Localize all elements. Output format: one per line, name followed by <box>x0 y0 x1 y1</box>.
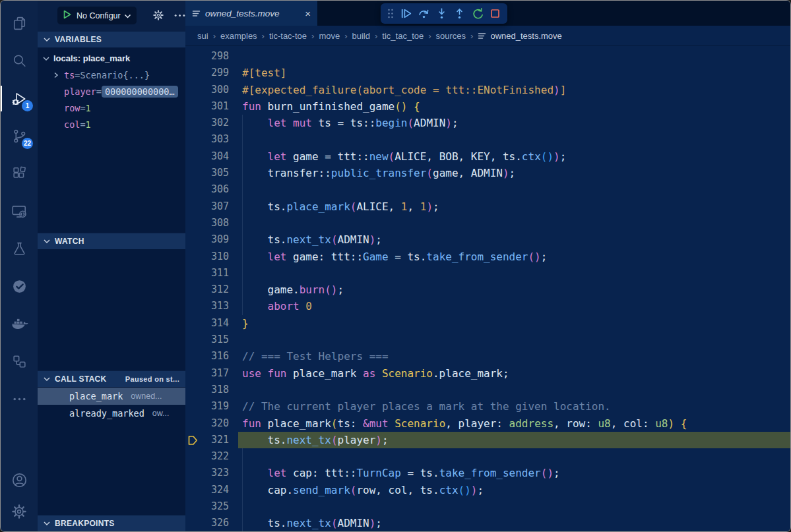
stop-button[interactable] <box>487 6 503 22</box>
line-number[interactable]: 311 <box>185 265 229 281</box>
section-breakpoints[interactable]: BREAKPOINTS <box>38 515 185 531</box>
run-play-icon[interactable] <box>63 10 72 22</box>
code-line-309[interactable]: 309 ts.next_tx(ADMIN); <box>185 231 790 248</box>
code-line-304[interactable]: 304 let game = ttt::new(ALICE, BOB, KEY,… <box>185 148 790 165</box>
code-line-312[interactable]: 312 game.burn(); <box>185 281 790 298</box>
code-line-310[interactable]: 310 let game: ttt::Game = ts.take_from_s… <box>185 249 790 265</box>
line-number[interactable]: 302 <box>185 115 229 131</box>
line-number[interactable]: 314 <box>185 315 229 332</box>
run-config-dropdown[interactable]: No Configur <box>57 7 137 24</box>
tab-close-icon[interactable]: × <box>305 9 311 18</box>
breadcrumb-item-sui[interactable]: sui <box>197 31 208 41</box>
line-number[interactable]: 306 <box>185 181 229 198</box>
breadcrumb-item-tic-tac-toe[interactable]: tic-tac-toe <box>269 31 307 41</box>
code-line-307[interactable]: 307 ts.place_mark(ALICE, 1, 1); <box>185 198 790 215</box>
line-number[interactable]: 313 <box>185 298 229 314</box>
code-line-324[interactable]: 324 cap.send_mark(row, col, ts.ctx()); <box>185 482 790 498</box>
code-line-306[interactable]: 306 <box>185 181 790 198</box>
line-number[interactable]: 322 <box>185 448 229 465</box>
activity-item-run-debug[interactable]: 1 <box>1 80 38 117</box>
activity-item-search[interactable] <box>1 42 38 80</box>
line-number[interactable]: 319 <box>185 398 229 415</box>
line-number[interactable]: 308 <box>185 215 229 231</box>
line-number[interactable]: 323 <box>185 465 229 481</box>
debug-settings-gear-icon[interactable] <box>152 9 164 24</box>
section-watch[interactable]: WATCH <box>38 233 185 249</box>
stack-frame-place_mark[interactable]: place_markowned... <box>38 388 185 405</box>
breadcrumb-item-sources[interactable]: sources <box>436 31 466 41</box>
line-number[interactable]: 305 <box>185 165 229 181</box>
code-line-318[interactable]: 318 <box>185 382 790 398</box>
line-number[interactable]: 301 <box>185 98 229 115</box>
code-line-326[interactable]: 326 ts.next_tx(ADMIN); <box>185 515 790 531</box>
code-line-305[interactable]: 305 transfer::public_transfer(game, ADMI… <box>185 165 790 181</box>
step-over-button[interactable] <box>416 6 431 22</box>
activity-item-symbols[interactable] <box>1 343 38 380</box>
code-line-325[interactable]: 325 <box>185 498 790 515</box>
code-line-315[interactable]: 315 <box>185 332 790 348</box>
line-number[interactable]: 325 <box>185 498 229 515</box>
section-variables[interactable]: VARIABLES <box>38 31 185 47</box>
activity-item-more[interactable] <box>1 380 38 418</box>
toolbar-drag-handle[interactable] <box>385 6 396 22</box>
more-actions-icon[interactable] <box>174 9 186 24</box>
variable-col[interactable]: col = 1 <box>38 116 185 133</box>
breadcrumb-file[interactable]: owned_tests.move <box>478 31 561 41</box>
code-line-313[interactable]: 313 abort 0 <box>185 298 790 314</box>
tab-owned-tests[interactable]: owned_tests.move × <box>185 1 317 26</box>
line-number[interactable]: 307 <box>185 198 229 215</box>
code-line-320[interactable]: 320fun place_mark(ts: &mut Scenario, pla… <box>185 415 790 432</box>
breadcrumb-item-move[interactable]: move <box>319 31 340 41</box>
variable-ts[interactable]: ts = Scenario{...} <box>38 67 185 83</box>
breadcrumb-item-examples[interactable]: examples <box>220 31 257 41</box>
code-line-301[interactable]: 301fun burn_unfinished_game() { <box>185 98 790 115</box>
line-number[interactable]: 315 <box>185 332 229 348</box>
line-number[interactable]: 312 <box>185 281 229 298</box>
breadcrumb-item-tic_tac_toe[interactable]: tic_tac_toe <box>382 31 424 41</box>
code-line-319[interactable]: 319// The current player places a mark a… <box>185 398 790 415</box>
activity-item-source-control[interactable]: 22 <box>1 117 38 155</box>
continue-button[interactable] <box>398 6 414 22</box>
restart-button[interactable] <box>469 6 485 22</box>
code-line-299[interactable]: 299#[test] <box>185 65 790 81</box>
breadcrumb-item-build[interactable]: build <box>352 31 370 41</box>
stack-frame-already_marked[interactable]: already_markedow... <box>38 405 185 422</box>
line-number[interactable]: 299 <box>185 65 229 81</box>
code-line-316[interactable]: 316// === Test Helpers === <box>185 348 790 365</box>
line-number[interactable]: 303 <box>185 131 229 148</box>
line-number[interactable]: 310 <box>185 249 229 265</box>
code-line-314[interactable]: 314} <box>185 315 790 332</box>
variable-row[interactable]: row = 1 <box>38 100 185 116</box>
variable-player[interactable]: player = 000000000000… <box>38 83 185 100</box>
activity-item-checks[interactable] <box>1 268 38 305</box>
line-number[interactable]: 316 <box>185 348 229 365</box>
step-out-button[interactable] <box>451 6 467 22</box>
section-call-stack[interactable]: CALL STACK Paused on st... <box>38 370 185 387</box>
line-number[interactable]: 300 <box>185 82 229 98</box>
code-line-298[interactable]: 298 <box>185 48 790 65</box>
line-number[interactable]: 309 <box>185 231 229 248</box>
activity-item-docker[interactable] <box>1 305 38 343</box>
activity-item-testing[interactable] <box>1 230 38 268</box>
code-area[interactable]: 298299#[test]300#[expected_failure(abort… <box>185 47 790 531</box>
step-into-button[interactable] <box>433 6 449 22</box>
line-number[interactable]: 326 <box>185 515 229 531</box>
code-line-302[interactable]: 302 let mut ts = ts::begin(ADMIN); <box>185 115 790 131</box>
line-number[interactable]: 317 <box>185 365 229 382</box>
code-line-311[interactable]: 311 <box>185 265 790 281</box>
code-line-317[interactable]: 317use fun place_mark as Scenario.place_… <box>185 365 790 382</box>
code-line-303[interactable]: 303 <box>185 131 790 148</box>
activity-item-account[interactable] <box>1 464 38 496</box>
code-line-321[interactable]: 321 ts.next_tx(player); <box>185 432 790 448</box>
variables-scope-row[interactable]: locals: place_mark <box>38 50 185 67</box>
line-number[interactable]: 304 <box>185 148 229 165</box>
code-line-323[interactable]: 323 let cap: ttt::TurnCap = ts.take_from… <box>185 465 790 481</box>
line-number[interactable]: 320 <box>185 415 229 432</box>
code-line-322[interactable]: 322 <box>185 448 790 465</box>
line-number[interactable]: 298 <box>185 48 229 65</box>
activity-item-remote-explorer[interactable] <box>1 192 38 230</box>
activity-item-settings[interactable] <box>1 496 38 527</box>
line-number[interactable]: 324 <box>185 482 229 498</box>
line-number[interactable]: 318 <box>185 382 229 398</box>
activity-item-explorer[interactable] <box>1 5 38 42</box>
